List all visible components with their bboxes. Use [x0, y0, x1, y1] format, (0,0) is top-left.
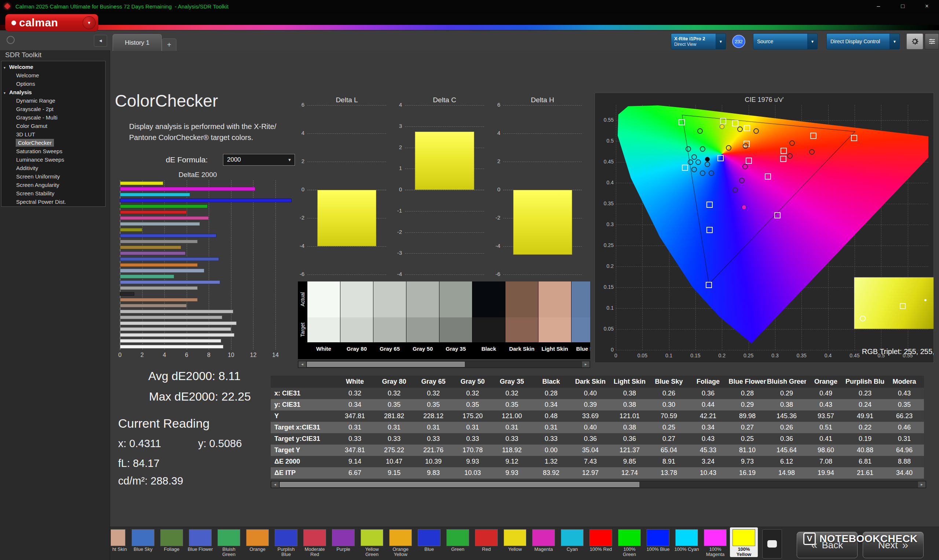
back-button[interactable]: « Back	[797, 532, 857, 558]
target-point	[765, 173, 771, 180]
patch-label: Orange Yellow	[387, 547, 415, 557]
sidebar-item-screen-stability[interactable]: Screen Stability	[2, 189, 105, 197]
measured-point	[691, 167, 697, 172]
rainbow-divider	[0, 25, 939, 30]
source-dropdown[interactable]: Source ▼	[753, 33, 817, 49]
sidebar-group-analysis[interactable]: ▾Analysis	[2, 88, 105, 96]
table-column-header: Dark Skin	[571, 375, 610, 388]
target-point	[706, 227, 713, 233]
deltae-bar	[120, 345, 224, 349]
sidebar-item-label: Additivity	[16, 165, 38, 171]
sidebar-item-saturation-sweeps[interactable]: Saturation Sweeps	[2, 147, 105, 155]
sidebar-item-screen-angularity[interactable]: Screen Angularity	[2, 181, 105, 189]
patch-label: Bluish Green	[215, 547, 243, 557]
maximize-icon[interactable]: □	[898, 3, 907, 9]
sidebar-item-color-gamut[interactable]: Color Gamut	[2, 122, 105, 130]
sidebar-item-screen-uniformity[interactable]: Screen Uniformity	[2, 172, 105, 181]
sidebar-item-additivity[interactable]: Additivity	[2, 164, 105, 172]
patch-button-blue-flower[interactable]: Blue Flower	[187, 528, 214, 557]
sidebar-item-grayscale-multi[interactable]: Grayscale - Multi	[2, 113, 105, 122]
patch-button-purplish-blue[interactable]: Purplish Blue	[272, 528, 300, 557]
de-formula-dropdown[interactable]: 2000 ▼	[223, 154, 295, 166]
sidebar-item-colorchecker[interactable]: ColorChecker	[2, 138, 105, 147]
scroll-left-icon[interactable]: ◄	[271, 482, 279, 488]
logo-dot-icon	[11, 20, 16, 25]
patch-button-red[interactable]: Red	[472, 528, 500, 557]
sidebar-item-luminance-sweeps[interactable]: Luminance Sweeps	[2, 155, 105, 164]
pattern-window-button[interactable]	[762, 529, 782, 558]
logo-menu-chevron-icon[interactable]: ▼	[83, 16, 96, 29]
patch-button-100-cyan[interactable]: 100% Cyan	[673, 528, 701, 557]
patch-button-purple[interactable]: Purple	[329, 528, 357, 557]
deltae-bar	[120, 286, 198, 290]
table-column-header: White	[335, 375, 375, 388]
patch-button-yellow-green[interactable]: Yellow Green	[358, 528, 386, 557]
measured-point	[688, 159, 693, 165]
add-tab-button[interactable]: +	[162, 38, 176, 51]
table-cell: 0.24	[845, 399, 885, 411]
table-cell: 0.30	[649, 399, 688, 411]
swatch-actual	[572, 282, 590, 317]
swatch-label: White	[307, 342, 340, 359]
table-cell: 6.67	[335, 467, 375, 478]
patch-button-100-red[interactable]: 100% Red	[587, 528, 615, 557]
table-cell: 0.48	[532, 411, 571, 422]
scroll-right-icon[interactable]: ►	[918, 482, 925, 488]
sidebar-item-grayscale-2pt[interactable]: Grayscale - 2pt	[2, 105, 105, 113]
scroll-right-icon[interactable]: ►	[582, 362, 589, 367]
patch-button-blue[interactable]: Blue	[415, 528, 443, 557]
sidebar-item-3d-lut[interactable]: 3D LUT	[2, 130, 105, 138]
swatch-strip-scrollbar[interactable]: ◄ ►	[298, 361, 590, 368]
patch-button-100-blue[interactable]: 100% Blue	[644, 528, 672, 557]
sidebar-item-welcome[interactable]: Welcome	[2, 71, 105, 80]
minimize-icon[interactable]: –	[874, 3, 883, 9]
axis-tick-label: 0	[598, 347, 614, 352]
axis-tick-label: 1	[390, 165, 402, 171]
settings-button[interactable]	[907, 33, 923, 49]
table-cell: 34.40	[885, 467, 924, 478]
workflow-options-button[interactable]	[925, 33, 939, 49]
scroll-left-icon[interactable]: ◄	[299, 362, 306, 367]
table-cell: 0.29	[728, 399, 767, 411]
sidebar-item-dynamic-range[interactable]: Dynamic Range	[2, 96, 105, 105]
table-cell: 9.73	[728, 456, 767, 467]
patch-button-yellow[interactable]: Yellow	[501, 528, 529, 557]
patch-button-green[interactable]: Green	[444, 528, 472, 557]
axis-tick-label: 4	[159, 352, 170, 358]
patch-button-100-yellow[interactable]: 100% Yellow	[730, 528, 758, 557]
patch-button-orange-yellow[interactable]: Orange Yellow	[387, 528, 415, 557]
patch-button-bluish-green[interactable]: Bluish Green	[215, 528, 243, 557]
next-button[interactable]: Next »	[863, 532, 924, 558]
patch-button-moderate-red[interactable]: Moderate Red	[301, 528, 328, 557]
table-cell: 0.38	[610, 388, 649, 399]
meter-dropdown[interactable]: X-Rite i1Pro 2 Direct View ▼	[671, 33, 726, 49]
deltae-bar	[120, 298, 198, 302]
display-control-dropdown[interactable]: Direct Display Control ▼	[826, 33, 900, 49]
current-reading-heading: Current Reading	[118, 416, 210, 431]
table-cell: 14.98	[767, 467, 806, 478]
measured-point	[742, 205, 746, 210]
patch-button-100-green[interactable]: 100% Green	[615, 528, 643, 557]
close-icon[interactable]: ×	[922, 3, 932, 9]
sidebar-item-options[interactable]: Options	[2, 80, 105, 88]
table-scrollbar[interactable]: ◄ ►	[271, 481, 926, 488]
patch-button-ht-skin[interactable]: ht Skin	[111, 528, 128, 557]
double-chevron-left-icon: «	[811, 539, 817, 551]
tab-history-1[interactable]: History 1	[113, 34, 162, 51]
patch-button-magenta[interactable]: Magenta	[530, 528, 558, 557]
patch-button-100-magenta[interactable]: 100% Magenta	[701, 528, 729, 557]
target-point	[744, 125, 750, 131]
patch-button-blue-sky[interactable]: Blue Sky	[129, 528, 157, 557]
scrollbar-thumb[interactable]	[280, 482, 639, 487]
scrollbar-thumb[interactable]	[307, 362, 465, 367]
patch-button-foliage[interactable]: Foliage	[158, 528, 186, 557]
cie-chart-title: CIE 1976 u'v'	[595, 96, 933, 104]
calman-logo-button[interactable]: calman ▼	[5, 14, 98, 32]
axis-tick-label: 0	[608, 352, 624, 358]
sidebar-item-spectral-power-dist[interactable]: Spectral Power Dist.	[2, 197, 105, 206]
axis-tick-label: 8	[203, 352, 214, 358]
sidebar-group-welcome[interactable]: ▾Welcome	[2, 63, 105, 71]
sidebar-collapse-button[interactable]: ◄	[94, 35, 107, 46]
patch-button-cyan[interactable]: Cyan	[558, 528, 586, 557]
patch-button-orange[interactable]: Orange	[244, 528, 271, 557]
